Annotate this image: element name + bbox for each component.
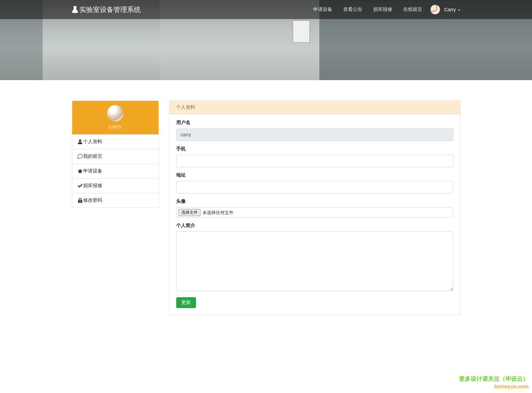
check-icon bbox=[78, 183, 82, 188]
sidebar-item-label: 损坏报修 bbox=[83, 183, 102, 189]
nav-apply-equipment[interactable]: 申请设备 bbox=[310, 4, 335, 15]
no-file-text: 未选择任何文件 bbox=[202, 210, 233, 216]
bio-field[interactable] bbox=[176, 231, 453, 291]
nav-messages[interactable]: 在线留言 bbox=[400, 4, 425, 15]
avatar-file-input[interactable]: 选择文件 未选择任何文件 bbox=[176, 207, 453, 218]
sidebar-header: carry bbox=[72, 101, 158, 134]
sidebar-item-profile[interactable]: 个人资料 bbox=[72, 135, 158, 149]
chevron-down-icon: ▾ bbox=[458, 7, 460, 12]
sidebar-item-repair[interactable]: 损坏报修 bbox=[72, 179, 158, 193]
sidebar-item-label: 修改密码 bbox=[83, 197, 102, 203]
avatar-label: 头像 bbox=[176, 198, 453, 205]
username-field bbox=[176, 129, 453, 141]
sidebar-item-my-messages[interactable]: 我的留言 bbox=[72, 149, 158, 164]
brand-title: 实验室设备管理系统 bbox=[79, 5, 141, 14]
address-field[interactable] bbox=[176, 181, 453, 194]
sidebar-item-label: 我的留言 bbox=[83, 153, 102, 160]
nav-announcements[interactable]: 查看公告 bbox=[340, 4, 365, 15]
phone-label: 手机 bbox=[176, 146, 453, 152]
sidebar-item-label: 个人资料 bbox=[83, 139, 102, 145]
flask-icon bbox=[72, 6, 78, 13]
username-label: 用户名 bbox=[176, 120, 453, 126]
bio-label: 个人简介 bbox=[176, 223, 453, 229]
brand-link[interactable]: 实验室设备管理系统 bbox=[72, 5, 141, 14]
lock-icon bbox=[78, 198, 82, 203]
top-navbar: 实验室设备管理系统 申请设备 查看公告 损坏报修 在线留言 Carry ▾ bbox=[0, 0, 532, 19]
user-dropdown[interactable]: Carry ▾ bbox=[444, 7, 460, 12]
user-icon bbox=[78, 139, 82, 144]
submit-button[interactable]: 更新 bbox=[176, 297, 196, 308]
sidebar: carry 个人资料 我的留言 申请设备 损坏报修 bbox=[72, 101, 159, 315]
phone-field[interactable] bbox=[176, 155, 453, 167]
avatar bbox=[430, 5, 440, 14]
panel-title: 个人资料 bbox=[169, 101, 460, 114]
sidebar-item-change-password[interactable]: 修改密码 bbox=[72, 193, 158, 208]
sidebar-username: carry bbox=[76, 123, 154, 130]
user-label: Carry bbox=[444, 7, 456, 12]
nav-repair[interactable]: 损坏报修 bbox=[370, 4, 395, 15]
address-label: 地址 bbox=[176, 172, 453, 178]
nav-links: 申请设备 查看公告 损坏报修 在线留言 bbox=[308, 4, 428, 15]
comment-icon bbox=[78, 154, 82, 159]
star-icon bbox=[78, 169, 82, 173]
sidebar-item-label: 申请设备 bbox=[83, 168, 102, 174]
avatar bbox=[107, 105, 123, 121]
choose-file-button[interactable]: 选择文件 bbox=[179, 209, 200, 216]
main-panel: 个人资料 用户名 手机 地址 头像 选择文件 未选择任何文件 bbox=[169, 101, 460, 315]
sidebar-item-apply-equipment[interactable]: 申请设备 bbox=[72, 164, 158, 178]
